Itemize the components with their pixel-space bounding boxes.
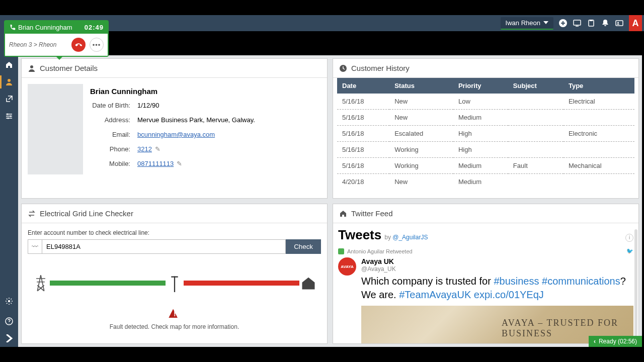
svg-rect-4 [616,21,623,26]
table-header[interactable]: Priority [453,78,508,94]
svg-point-7 [7,114,9,115]
agent-status[interactable]: ‹ Ready (02:56) [589,336,642,347]
swap-icon [28,210,36,218]
table-row[interactable]: 5/16/18NewLowElectrical [337,94,634,110]
svg-point-12 [30,65,33,68]
pulse-icon: 〰 [28,239,42,254]
sidebar-item-sliders[interactable] [0,108,18,125]
svg-rect-1 [574,20,581,25]
call-timer: 02:49 [85,24,104,31]
table-header[interactable]: Status [389,78,453,94]
tweet-text: Which company is trusted for #business #… [361,275,633,302]
table-header[interactable]: Subject [508,78,564,94]
grid-hint: Enter account number to check electrical… [28,229,321,236]
sidebar [0,31,18,347]
call-route: Rheon 3 > Rheon [9,41,56,48]
svg-point-10 [8,300,10,302]
bell-icon[interactable] [601,19,610,28]
svg-point-5 [617,22,619,24]
chevron-down-icon [543,21,548,24]
panel-title: Electrical Grid Line Checker [40,209,133,218]
hangup-button[interactable] [71,38,86,52]
status-label: Ready (02:56) [599,338,637,345]
home-icon [339,210,347,218]
scrollbar[interactable] [634,229,637,337]
info-icon[interactable]: i [625,234,633,242]
sidebar-item-settings[interactable] [0,293,18,310]
tweets-heading: Tweets [338,227,381,243]
customer-mobile[interactable]: 0871111113 [137,160,174,167]
tweets-author[interactable]: @_AguilarJS [392,234,428,241]
panel-title: Customer Details [40,64,98,72]
edit-phone-icon[interactable]: ✎ [155,145,160,153]
tweet-handle: @Avaya_UK [361,265,633,273]
panel-title: Customer History [351,64,410,72]
svg-point-9 [8,118,9,119]
sidebar-item-customer[interactable] [0,73,18,90]
line-segment-ok [50,281,166,286]
panel-customer-details: Customer Details Brian Cunningham Date o… [21,58,328,199]
tweet-avatar: AVAYA [338,257,356,276]
tweet-user[interactable]: Avaya UK [361,257,394,265]
customer-name: Brian Cunningham [90,84,321,102]
person-icon [28,64,36,72]
customer-photo [28,84,83,174]
chevron-left-icon: ‹ [594,338,596,345]
retweet-label: Antonio Aguilar Retweeted [347,248,413,254]
house-icon [299,276,317,291]
add-button[interactable] [558,19,568,28]
svg-point-8 [10,116,12,117]
clipboard-icon[interactable] [587,19,596,28]
svg-point-6 [8,79,11,82]
monitor-icon[interactable] [573,19,582,28]
table-header[interactable]: Date [337,78,389,94]
panel-grid-checker: Electrical Grid Line Checker Enter accou… [21,204,328,344]
sidebar-item-help[interactable] [0,313,18,330]
twitter-bird-icon: 🐦 [626,248,633,254]
table-row[interactable]: 5/16/18EscalatedHighElectronic [337,126,634,142]
active-call-widget: Brian Cunningham 02:49 Rheon 3 > Rheon •… [4,20,109,57]
clock-icon [339,64,347,72]
warning-icon: ▲! [28,304,321,321]
table-row[interactable]: 5/16/18NewMedium [337,110,634,126]
table-row[interactable]: 5/16/18WorkingMediumFaultMechanical [337,158,634,174]
customer-email[interactable]: bcunningham@avaya.com [137,131,215,138]
warning-message: Fault detected. Check map for more infor… [28,323,321,330]
table-header[interactable]: Type [564,78,634,94]
sidebar-item-external[interactable] [0,90,18,108]
table-row[interactable]: 5/16/18WorkingHigh [337,142,634,158]
user-menu[interactable]: Iwan Rheon [501,17,553,30]
account-input[interactable] [42,239,286,254]
pole-icon [166,274,184,292]
history-table: DateStatusPrioritySubjectType 5/16/18New… [337,78,634,190]
line-segment-fault [184,281,299,286]
customer-dob: 1/12/90 [137,102,321,109]
grid-diagram [28,274,321,292]
customer-phone[interactable]: 3212 [137,145,152,153]
panel-twitter-feed: Twitter Feed Tweets by @_AguilarJS i Ant… [333,204,639,344]
sidebar-expand[interactable] [0,330,18,347]
svg-rect-15 [171,277,178,278]
tower-icon [32,274,50,292]
contact-card-icon[interactable] [615,19,624,28]
table-row[interactable]: 4/20/18NewMedium [337,174,634,190]
brand-logo: A [629,15,642,31]
customer-address: Mervue Business Park, Mervue, Galway. [137,116,321,124]
panel-title: Twitter Feed [351,209,393,218]
call-more-button[interactable]: ••• [90,38,104,52]
sidebar-item-home[interactable] [0,56,18,73]
edit-mobile-icon[interactable]: ✎ [177,160,182,167]
svg-rect-14 [174,277,175,293]
check-button[interactable]: Check [286,239,321,254]
call-name: Brian Cunningham [18,24,72,31]
user-name: Iwan Rheon [506,19,540,27]
svg-rect-3 [590,20,593,21]
phone-icon [9,24,16,31]
panel-customer-history: Customer History DateStatusPrioritySubje… [333,58,639,199]
